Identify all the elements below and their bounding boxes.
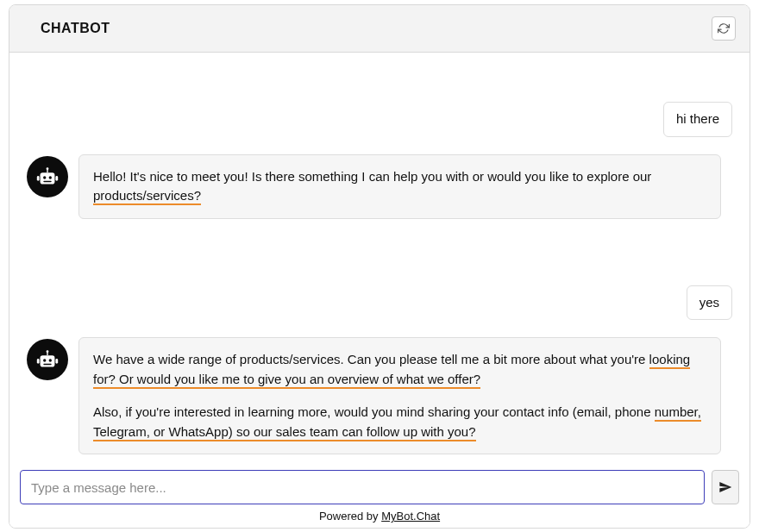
spacer: [27, 236, 732, 268]
refresh-button[interactable]: [712, 16, 736, 41]
chat-body[interactable]: hi there Hello! It's nice to meet you! I…: [9, 53, 750, 463]
spacer: [27, 70, 732, 84]
svg-rect-15: [43, 364, 51, 366]
bot-bubble: Hello! It's nice to meet you! Is there s…: [78, 154, 721, 219]
robot-icon: [34, 164, 60, 190]
user-bubble: yes: [687, 285, 732, 321]
svg-point-13: [43, 359, 46, 361]
bot-text-plain: We have a wide range of products/service…: [93, 352, 649, 366]
message-row-user: hi there: [27, 102, 732, 137]
svg-rect-12: [55, 359, 58, 364]
chat-window: CHATBOT hi there: [9, 4, 750, 529]
svg-rect-4: [55, 176, 58, 181]
bot-text-plain: Also, if you're interested in learning m…: [93, 404, 655, 419]
svg-rect-10: [41, 355, 55, 366]
svg-point-14: [49, 359, 52, 361]
svg-point-5: [43, 176, 46, 178]
bot-text-plain: Hello! It's nice to meet you! Is there s…: [93, 169, 651, 184]
powered-link[interactable]: MyBot.Chat: [381, 510, 440, 523]
chat-header: CHATBOT: [9, 5, 750, 53]
message-row-bot: Hello! It's nice to meet you! Is there s…: [27, 154, 732, 219]
robot-icon: [34, 347, 60, 372]
user-bubble: hi there: [663, 102, 732, 137]
bot-bubble: We have a wide range of products/service…: [78, 337, 721, 454]
powered-by: Powered by MyBot.Chat: [20, 504, 739, 523]
bot-text: Also, if you're interested in learning m…: [93, 403, 706, 441]
message-row-user: yes: [27, 285, 732, 321]
input-row: [20, 470, 739, 504]
svg-point-6: [49, 176, 52, 178]
svg-rect-7: [43, 181, 51, 183]
send-button[interactable]: [712, 470, 739, 504]
message-input[interactable]: [20, 470, 705, 504]
bot-text-highlight: products/services?: [93, 188, 201, 205]
send-icon: [718, 480, 732, 494]
refresh-icon: [718, 22, 730, 34]
chat-title: CHATBOT: [41, 21, 110, 36]
bot-text: Hello! It's nice to meet you! Is there s…: [93, 167, 706, 206]
powered-prefix: Powered by: [319, 510, 381, 523]
bot-avatar: [27, 156, 68, 197]
bot-avatar: [27, 339, 68, 380]
bot-text: We have a wide range of products/service…: [93, 350, 706, 389]
chat-footer: Powered by MyBot.Chat: [9, 463, 750, 528]
svg-rect-11: [37, 359, 40, 364]
svg-rect-3: [37, 176, 40, 181]
message-row-bot: We have a wide range of products/service…: [27, 337, 732, 454]
svg-rect-2: [41, 172, 55, 184]
